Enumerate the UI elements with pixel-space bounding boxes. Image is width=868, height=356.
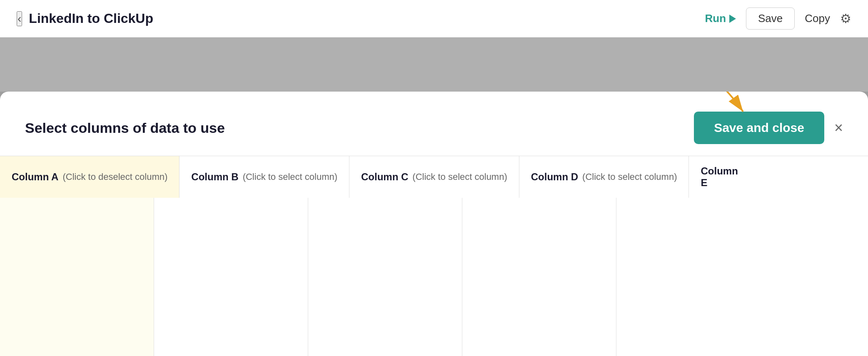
column-a-hint: (Click to deselect column) [62, 172, 167, 182]
column-b-name: Column B [191, 171, 238, 183]
column-e-name: Column E [701, 165, 738, 189]
copy-button[interactable]: Copy [805, 12, 830, 25]
data-column-d [462, 198, 616, 356]
column-header-e[interactable]: Column E [689, 156, 739, 198]
column-d-hint: (Click to select column) [582, 172, 677, 182]
column-d-name: Column D [531, 171, 578, 183]
data-rows-area [0, 198, 868, 356]
column-a-name: Column A [12, 171, 58, 183]
columns-header-row: Column A (Click to deselect column) Colu… [0, 156, 868, 198]
back-button[interactable]: ‹ [17, 11, 22, 26]
run-button[interactable]: Run [705, 12, 736, 25]
data-column-a [0, 198, 154, 356]
column-b-hint: (Click to select column) [243, 172, 337, 182]
column-header-a[interactable]: Column A (Click to deselect column) [0, 156, 180, 198]
app-header: ‹ LinkedIn to ClickUp Run Save Copy ⚙ [0, 0, 868, 37]
run-triangle-icon [729, 15, 736, 23]
save-and-close-button[interactable]: Save and close [694, 112, 824, 144]
data-column-b [154, 198, 308, 356]
data-column-c [308, 198, 462, 356]
header-left: ‹ LinkedIn to ClickUp [17, 11, 153, 26]
column-header-b[interactable]: Column B (Click to select column) [180, 156, 349, 198]
column-c-name: Column C [361, 171, 408, 183]
settings-button[interactable]: ⚙ [840, 11, 851, 26]
run-label: Run [705, 12, 726, 25]
save-button[interactable]: Save [746, 7, 795, 30]
data-column-e [616, 198, 771, 356]
modal-header: Select columns of data to use Save and c… [0, 92, 868, 156]
modal-header-actions: Save and close × [694, 112, 843, 144]
header-right: Run Save Copy ⚙ [705, 7, 851, 30]
close-modal-button[interactable]: × [834, 120, 843, 135]
column-header-c[interactable]: Column C (Click to select column) [349, 156, 519, 198]
column-c-hint: (Click to select column) [412, 172, 507, 182]
modal-container: Select columns of data to use Save and c… [0, 92, 868, 356]
canvas-area [0, 37, 868, 92]
column-header-d[interactable]: Column D (Click to select column) [519, 156, 689, 198]
modal-title: Select columns of data to use [25, 120, 225, 136]
page-title: LinkedIn to ClickUp [29, 11, 153, 26]
